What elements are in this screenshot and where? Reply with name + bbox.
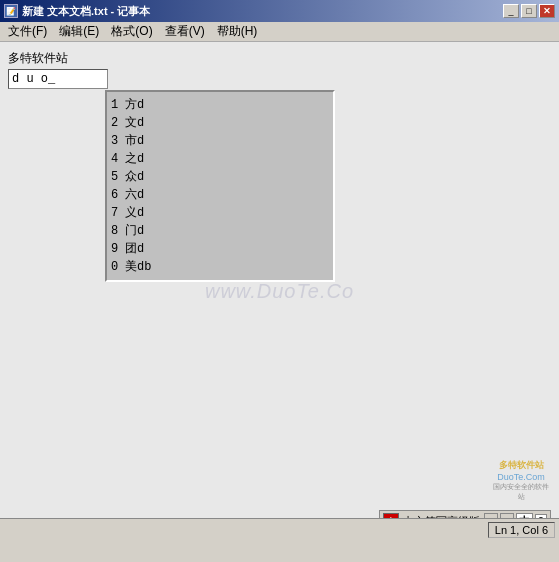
suggestion-box: 1 方d 2 文d 3 市d 4 之d 5 众d 6 六d 7 义d 8 门d <box>105 90 335 282</box>
list-item[interactable]: 2 文d <box>111 114 329 132</box>
maximize-button[interactable]: □ <box>521 4 537 18</box>
input-area: 多特软件站 <box>8 50 108 89</box>
title-bar: 📝 新建 文本文档.txt - 记事本 _ □ ✕ <box>0 0 559 22</box>
duote-logo: 多特软件站 DuoTe.Com 国内安全全的软件站 <box>491 455 551 505</box>
status-text: Ln 1, Col 6 <box>488 522 555 538</box>
logo-bottom-text: DuoTe.Com <box>497 472 545 482</box>
list-item[interactable]: 8 门d <box>111 222 329 240</box>
list-item[interactable]: 0 美db <box>111 258 329 276</box>
site-label: 多特软件站 <box>8 50 108 67</box>
logo-tagline: 国内安全全的软件站 <box>491 482 551 502</box>
watermark: www.DuoTe.Co <box>205 280 354 303</box>
menu-help[interactable]: 帮助(H) <box>211 21 264 42</box>
menu-view[interactable]: 查看(V) <box>159 21 211 42</box>
app-icon: 📝 <box>4 4 18 18</box>
list-item[interactable]: 4 之d <box>111 150 329 168</box>
pinyin-input[interactable] <box>8 69 108 89</box>
menu-file[interactable]: 文件(F) <box>2 21 53 42</box>
list-item[interactable]: 3 市d <box>111 132 329 150</box>
logo-top-text: 多特软件站 <box>499 459 544 472</box>
list-item[interactable]: 6 六d <box>111 186 329 204</box>
menu-bar: 文件(F) 编辑(E) 格式(O) 查看(V) 帮助(H) <box>0 22 559 42</box>
list-item[interactable]: 9 团d <box>111 240 329 258</box>
menu-edit[interactable]: 编辑(E) <box>53 21 105 42</box>
status-bar: Ln 1, Col 6 <box>0 518 559 540</box>
main-content: 多特软件站 1 方d 2 文d 3 市d 4 之d 5 众d 6 六d 7 <box>0 42 559 540</box>
window-controls: _ □ ✕ <box>503 4 555 18</box>
close-button[interactable]: ✕ <box>539 4 555 18</box>
title-bar-text: 📝 新建 文本文档.txt - 记事本 <box>4 4 150 19</box>
list-item[interactable]: 7 义d <box>111 204 329 222</box>
list-item[interactable]: 5 众d <box>111 168 329 186</box>
minimize-button[interactable]: _ <box>503 4 519 18</box>
menu-format[interactable]: 格式(O) <box>105 21 158 42</box>
list-item[interactable]: 1 方d <box>111 96 329 114</box>
